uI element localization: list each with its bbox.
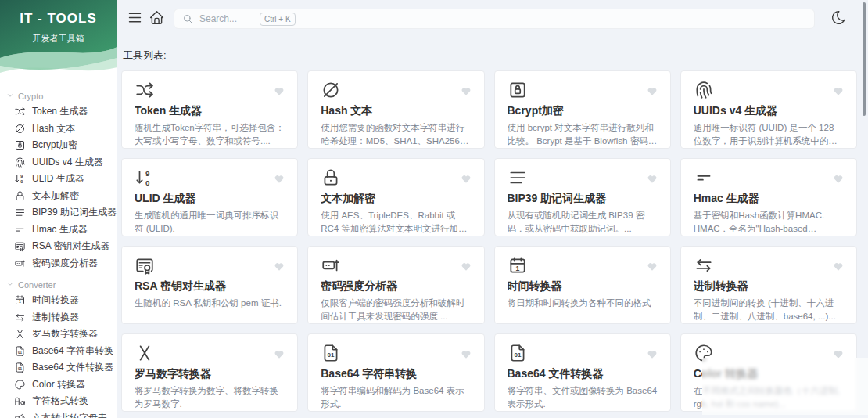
tool-card-description: 使用 AES、TripleDES、Rabbit 或 RC4 等加密算法对文本明文… [321,209,471,236]
sidebar-section-converter[interactable]: Converter [0,278,117,292]
heart-icon [461,349,472,360]
menu-button[interactable] [124,8,145,30]
search-box[interactable]: Ctrl + K [174,9,815,29]
favorite-heart-icon[interactable] [274,261,285,272]
tool-card-title: ULID 生成器 [135,192,285,206]
heart-icon [461,86,472,97]
lock-icon [14,190,26,202]
it-tools-app: IT - TOOLS 开发者工具箱 Crypto Token 生成器 Hash … [0,0,868,418]
sidebar-item[interactable]: 1 时间转换器 [0,292,117,309]
favorite-heart-icon[interactable] [274,349,285,360]
tool-card-title: 进制转换器 [694,279,844,294]
heart-icon [274,174,285,185]
slashed-circle-icon [321,80,341,100]
tool-card[interactable]: 01 Base64 字符串转换 将字符串编码和解码为 Base64 表示形式. [307,333,484,412]
sidebar-item-label: Base64 文件转换器 [32,361,113,374]
dark-mode-toggle[interactable] [827,8,849,30]
tool-card-description: 使用 bcrypt 对文本字符串进行散列和比较。 Bcrypt 是基于 Blow… [508,121,658,149]
tool-card[interactable]: 进制转换器 不同进制间的转换 (十进制、十六进制、二进制、八进制、base64,… [680,246,857,324]
sidebar-item[interactable]: RSA 密钥对生成器 [0,238,117,255]
favorite-heart-icon[interactable] [461,174,472,185]
sidebar-item[interactable]: 01 Base64 字符串转换 [0,343,117,360]
tool-card[interactable]: 1 时间转换器 将日期和时间转换为各种不同的格式 [494,246,671,324]
sidebar-item[interactable]: BIP39 助记词生成器 [0,204,117,222]
favorite-heart-icon[interactable] [461,349,472,360]
heart-icon [833,261,844,272]
sidebar-item-label: ULID 生成器 [32,172,84,186]
sidebar-item[interactable]: 密码强度分析器 [0,255,117,272]
tool-card-description: 将日期和时间转换为各种不同的格式 [508,297,658,310]
tool-card[interactable]: 文本加解密 使用 AES、TripleDES、Rabbit 或 RC4 等加密算… [307,158,484,236]
favorite-heart-icon[interactable] [647,174,658,185]
tool-card[interactable]: Hash 文本 使用您需要的函数对文本字符串进行哈希处理：MD5、SHA1、SH… [307,70,484,149]
favorite-heart-icon[interactable] [833,86,844,97]
tool-card-title: Base64 文件转换器 [508,367,658,381]
heart-icon [833,174,844,185]
chevron-down-icon [6,280,14,288]
sidebar-item[interactable]: Color 转换器 [0,377,117,394]
tool-card-description: 不同进制间的转换 (十进制、十六进制、二进制、八进制、base64, ...).… [694,297,844,324]
tool-card[interactable]: 01 Base64 文件转换器 将字符串、文件或图像转换为 Base64 表示形… [494,333,671,412]
home-button[interactable] [145,8,167,30]
app-title: IT - TOOLS [0,11,117,27]
favorite-heart-icon[interactable] [647,86,658,97]
scrollbar-thumb[interactable] [863,2,866,116]
main-area: Ctrl + K 工具列表: Token 生成器 随机生成Token字符串，可选… [117,0,868,418]
svg-text:1: 1 [515,265,519,272]
heart-icon [274,349,285,360]
favorite-heart-icon[interactable] [461,261,472,272]
sidebar-item-label: 时间转换器 [32,294,79,307]
sidebar-item[interactable]: Bcrypt加密 [0,137,117,154]
tool-card-description: 将字符串编码和解码为 Base64 表示形式. [321,384,471,412]
tool-card[interactable]: 罗马数字转换器 将罗马数字转换为数字、将数字转换为罗马数字. [121,333,298,412]
chevron-down-icon [6,92,14,99]
tool-card-title: Bcrypt加密 [508,104,658,118]
favorite-heart-icon[interactable] [833,261,844,272]
tool-card[interactable]: BIP39 助记词生成器 从现有或随机助记词生成 BIP39 密码，或从密码中获… [494,158,671,236]
tool-card[interactable]: Hmac 生成器 基于密钥和Hash函数计算HMAC. HMAC，全名为"Has… [680,158,857,236]
tool-card[interactable]: Bcrypt加密 使用 bcrypt 对文本字符串进行散列和比较。 Bcrypt… [494,70,671,149]
search-input[interactable] [199,13,254,24]
favorite-heart-icon[interactable] [833,174,844,185]
sidebar-item[interactable]: UUIDs v4 生成器 [0,154,117,171]
heart-icon [647,261,658,272]
tool-card[interactable]: Color 转换器 在不同格式之间转换颜色（十六进制, rgb, hsl 和 c… [680,333,857,412]
sidebar-item-label: 字符格式转换 [32,395,88,408]
app-subtitle: 开发者工具箱 [0,33,117,45]
sidebar-item[interactable]: 文本加解密 [0,188,117,205]
svg-text:9: 9 [145,169,150,178]
svg-text:9: 9 [20,175,23,179]
favorite-heart-icon[interactable] [274,86,285,97]
moon-icon [830,9,847,26]
favorite-heart-icon[interactable] [833,349,844,360]
tool-card-title: Color 转换器 [694,367,844,381]
tool-card[interactable]: RSA 密钥对生成器 生随机的 RSA 私钥和公钥 pem 证书. [121,246,298,324]
favorite-heart-icon[interactable] [647,349,658,360]
sidebar-item[interactable]: 01 Base64 文件转换器 [0,359,117,377]
sidebar-section-crypto[interactable]: Crypto [0,89,117,103]
sidebar-item[interactable]: Token 生成器 [0,103,117,121]
favorite-heart-icon[interactable] [461,86,472,97]
tool-card[interactable]: UUIDs v4 生成器 通用唯一标识符 (UUID) 是一个 128 位数字，… [680,70,857,149]
favorite-heart-icon[interactable] [274,174,285,185]
sidebar-item[interactable]: 文本转北约字母表 [0,410,117,418]
tool-card-title: Hash 文本 [321,104,471,118]
sidebar-item[interactable]: 字符格式转换 [0,393,117,410]
favorite-heart-icon[interactable] [647,261,658,272]
heart-icon [274,261,285,272]
short-lines-icon [14,224,26,236]
sidebar-item[interactable]: Hmac 生成器 [0,222,117,239]
sidebar-item[interactable]: 进制转换器 [0,309,117,326]
sidebar-item[interactable]: 90 ULID 生成器 [0,171,117,188]
heart-icon [833,349,844,360]
tool-card[interactable]: 密码强度分析器 仅限客户端的密码强度分析和破解时间估计工具来发现密码的强度...… [307,246,484,324]
sidebar-item-label: Hmac 生成器 [32,223,88,236]
tool-card[interactable]: Token 生成器 随机生成Token字符串，可选择包含：大写或小写字母、数字和… [121,70,298,149]
sidebar-item[interactable]: 罗马数字转换器 [0,326,117,343]
tool-card-description: 随机生成Token字符串，可选择包含：大写或小写字母、数字和或符号.... [135,121,285,149]
slashed-circle-icon [14,123,26,135]
sidebar-item[interactable]: Hash 文本 [0,121,117,138]
file-digit-icon: 01 [321,343,341,363]
tool-card[interactable]: 90 ULID 生成器 生成随机的通用唯一词典可排序标识符 (ULID). [121,158,298,236]
tool-card-title: 文本加解密 [321,192,471,206]
